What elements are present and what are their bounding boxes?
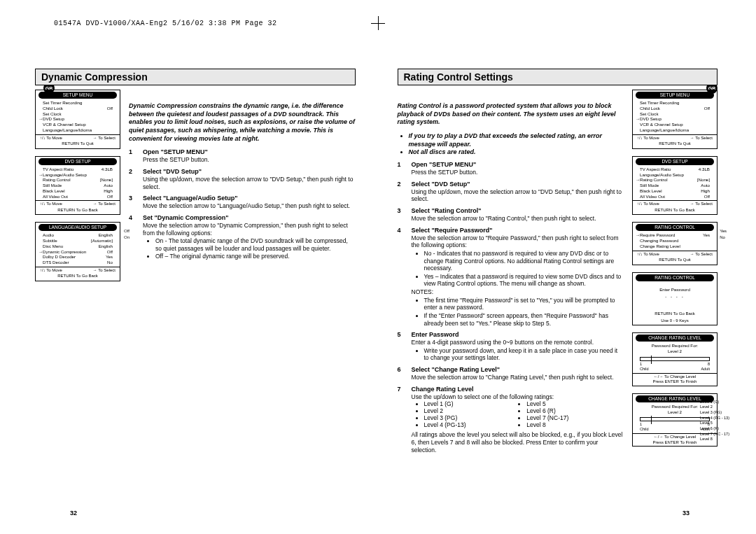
step-item: Select "Require Password" Move the selec… [398, 227, 624, 328]
right-sidebar-menus: SETUP MENU Set Timer RecordingChild Lock… [632, 90, 718, 454]
step-item: Select "Change Rating Level" Move the se… [398, 366, 624, 381]
intro-text: Dynamic Compression constrains the dynam… [129, 102, 356, 143]
step-item: Select "DVD Setup" Using the up/down, mo… [129, 168, 356, 190]
osd-menu: DVD SETUP TV Aspect Ratio4:3LBLanguage/A… [632, 156, 718, 216]
page-number-right: 33 [682, 510, 690, 517]
step-item: Select "DVD Setup" Using the up/down, mo… [398, 181, 624, 203]
intro-bullets: If you try to play a DVD that exceeds th… [398, 132, 624, 157]
section-title-rating-control: Rating Control Settings [398, 69, 718, 85]
left-sidebar-menus: SETUP MENU Set Timer RecordingChild Lock… [35, 90, 120, 281]
step-item: Select "Rating Control" Move the selecti… [398, 207, 624, 223]
osd-menu: DVD SETUP TV Aspect Ratio4:3LBLanguage/A… [35, 156, 120, 216]
page-number-left: 32 [70, 510, 77, 517]
osd-menu: CHANGE RATING LEVEL Password Required Fo… [632, 393, 718, 447]
step-item: Enter Password Enter a 4-digit password … [398, 331, 624, 362]
osd-menu: RATING CONTROL Require PasswordYesChangi… [632, 222, 718, 265]
steps-list-right: Open "SETUP MENU" Press the SETUP button… [398, 161, 624, 454]
intro-text: Rating Control is a password protected s… [398, 102, 624, 127]
osd-menu: SETUP MENU Set Timer RecordingChild Lock… [632, 90, 718, 149]
osd-menu: RATING CONTROL Enter Password- - - - RET… [632, 272, 718, 326]
step-item: Open "SETUP MENU" Press the SETUP button… [398, 161, 624, 176]
osd-menu: CHANGE RATING LEVEL Password Required Fo… [632, 332, 718, 386]
osd-menu: SETUP MENU Set Timer RecordingChild Lock… [35, 90, 120, 149]
step-item: Select "Language/Audio Setup" Move the s… [129, 195, 356, 210]
steps-list-left: Open "SETUP MENU" Press the SETUP button… [129, 148, 356, 260]
section-title-dynamic-compression: Dynamic Compression [35, 69, 356, 85]
print-header: 01547A DVD-V1000/XAA-Eng2 5/16/02 3:38 P… [54, 20, 277, 27]
osd-menu: LANGUAGE/AUDIO SETUP AudioEnglishSubtitl… [35, 222, 120, 281]
step-item: Open "SETUP MENU" Press the SETUP button… [129, 148, 356, 164]
step-item: Set "Dynamic Compression" Move the selec… [129, 214, 356, 260]
step-item: Change Rating Level Use the up/down to s… [398, 386, 624, 454]
